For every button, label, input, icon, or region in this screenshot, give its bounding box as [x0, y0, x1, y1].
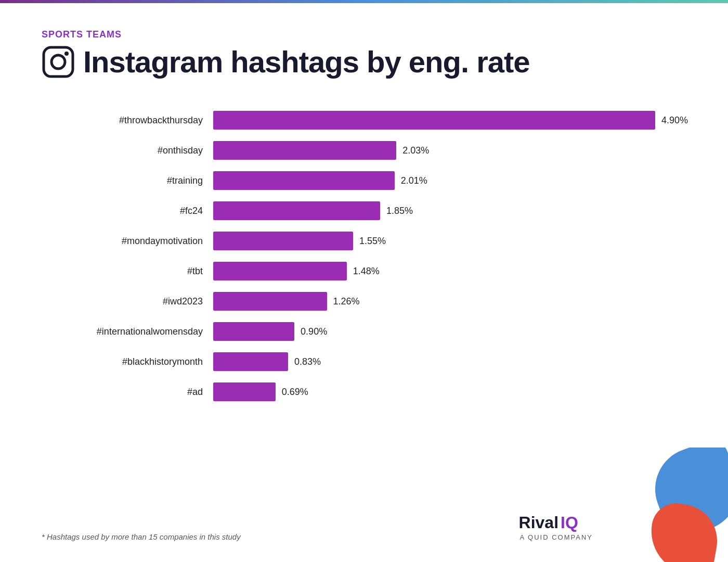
- bar-fill: [213, 141, 396, 160]
- table-row: #onthisday2.03%: [52, 135, 686, 165]
- quid-tagline: A QUID COMPANY: [520, 533, 593, 541]
- bar-fill: [213, 232, 353, 250]
- chart-title-row: Instagram hashtags by eng. rate: [42, 44, 686, 79]
- bar-wrapper: 0.83%: [213, 352, 686, 371]
- table-row: #fc241.85%: [52, 196, 686, 226]
- svg-rect-0: [44, 47, 73, 76]
- bar-label: #training: [52, 175, 213, 186]
- bar-wrapper: 2.03%: [213, 141, 686, 160]
- bar-wrapper: 1.48%: [213, 262, 686, 280]
- table-row: #blackhistorymonth0.83%: [52, 347, 686, 377]
- bar-label: #internationalwomensday: [52, 326, 213, 337]
- bar-value-label: 2.03%: [402, 145, 429, 156]
- table-row: #training2.01%: [52, 165, 686, 196]
- section-label: SPORTS TEAMS: [42, 29, 686, 40]
- bar-fill: [213, 292, 327, 311]
- bar-wrapper: 1.26%: [213, 292, 686, 311]
- bar-wrapper: 4.90%: [213, 111, 688, 130]
- bar-label: #blackhistorymonth: [52, 356, 213, 367]
- table-row: #internationalwomensday0.90%: [52, 316, 686, 347]
- bar-fill: [213, 322, 294, 341]
- decorative-blobs: [614, 448, 728, 562]
- table-row: #mondaymotivation1.55%: [52, 226, 686, 256]
- footnote-text: * Hashtags used by more than 15 companie…: [42, 532, 241, 541]
- bar-label: #onthisday: [52, 145, 213, 156]
- bar-fill: [213, 171, 395, 190]
- rivaliq-logo: Rival IQ: [519, 513, 578, 532]
- table-row: #throwbackthursday4.90%: [52, 105, 686, 135]
- bar-label: #iwd2023: [52, 296, 213, 307]
- bar-wrapper: 2.01%: [213, 171, 686, 190]
- logo-area: Rival IQ A QUID COMPANY: [519, 513, 593, 541]
- rival-text: Rival: [519, 513, 558, 532]
- bar-value-label: 1.85%: [386, 206, 413, 216]
- bar-fill: [213, 382, 276, 401]
- bar-value-label: 1.48%: [353, 266, 380, 277]
- bar-wrapper: 0.69%: [213, 382, 686, 401]
- bar-value-label: 0.90%: [301, 326, 327, 337]
- bar-value-label: 4.90%: [661, 115, 688, 126]
- svg-point-1: [51, 55, 65, 69]
- bar-fill: [213, 262, 347, 280]
- bar-fill: [213, 111, 655, 130]
- bar-fill: [213, 352, 288, 371]
- instagram-icon: [42, 45, 75, 79]
- bar-value-label: 0.69%: [282, 387, 308, 398]
- bar-chart: #throwbackthursday4.90%#onthisday2.03%#t…: [52, 105, 686, 407]
- table-row: #tbt1.48%: [52, 256, 686, 286]
- bar-label: #ad: [52, 387, 213, 398]
- bar-label: #throwbackthursday: [52, 115, 213, 126]
- page-title: Instagram hashtags by eng. rate: [83, 44, 530, 79]
- bar-value-label: 2.01%: [401, 175, 427, 186]
- bar-value-label: 1.55%: [359, 236, 386, 247]
- footer: * Hashtags used by more than 15 companie…: [42, 513, 686, 541]
- bar-label: #mondaymotivation: [52, 236, 213, 247]
- bar-label: #tbt: [52, 266, 213, 277]
- table-row: #ad0.69%: [52, 377, 686, 407]
- bar-label: #fc24: [52, 206, 213, 216]
- iq-text: IQ: [561, 513, 578, 532]
- bar-wrapper: 0.90%: [213, 322, 686, 341]
- bar-wrapper: 1.85%: [213, 201, 686, 220]
- bar-fill: [213, 201, 380, 220]
- bar-value-label: 1.26%: [333, 296, 360, 307]
- bar-wrapper: 1.55%: [213, 232, 686, 250]
- table-row: #iwd20231.26%: [52, 286, 686, 316]
- bar-value-label: 0.83%: [294, 356, 321, 367]
- svg-point-2: [64, 52, 69, 56]
